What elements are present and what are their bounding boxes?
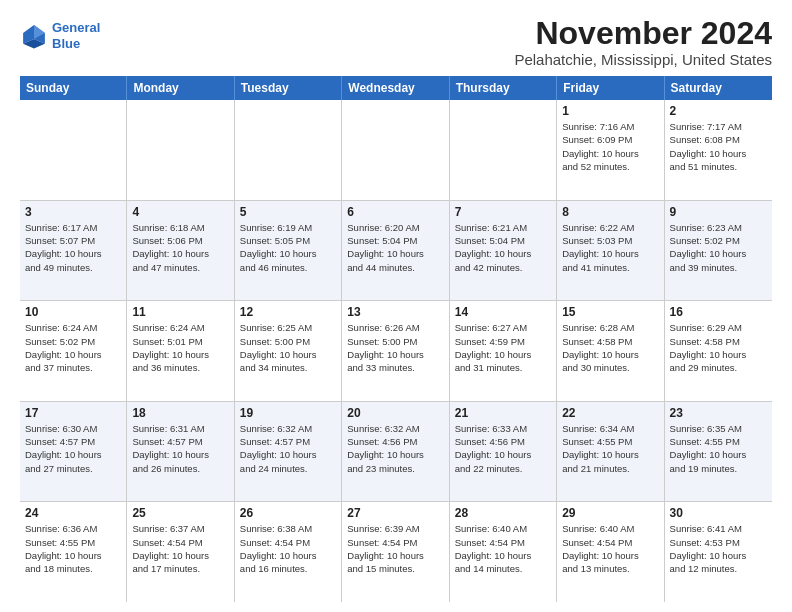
cell-info-13: Sunrise: 6:26 AM Sunset: 5:00 PM Dayligh… — [347, 321, 443, 374]
calendar-body: 1Sunrise: 7:16 AM Sunset: 6:09 PM Daylig… — [20, 100, 772, 602]
day-num-13: 13 — [347, 305, 443, 319]
col-sunday: Sunday — [20, 76, 127, 100]
logo-icon — [20, 22, 48, 50]
cell-2-7: 9Sunrise: 6:23 AM Sunset: 5:02 PM Daylig… — [665, 201, 772, 301]
cell-info-18: Sunrise: 6:31 AM Sunset: 4:57 PM Dayligh… — [132, 422, 228, 475]
cell-info-27: Sunrise: 6:39 AM Sunset: 4:54 PM Dayligh… — [347, 522, 443, 575]
cell-5-3: 26Sunrise: 6:38 AM Sunset: 4:54 PM Dayli… — [235, 502, 342, 602]
day-num-5: 5 — [240, 205, 336, 219]
cell-1-5 — [450, 100, 557, 200]
day-num-1: 1 — [562, 104, 658, 118]
day-num-19: 19 — [240, 406, 336, 420]
calendar-title: November 2024 — [514, 16, 772, 51]
week-row-1: 1Sunrise: 7:16 AM Sunset: 6:09 PM Daylig… — [20, 100, 772, 201]
day-num-24: 24 — [25, 506, 121, 520]
cell-2-2: 4Sunrise: 6:18 AM Sunset: 5:06 PM Daylig… — [127, 201, 234, 301]
day-num-16: 16 — [670, 305, 767, 319]
day-num-11: 11 — [132, 305, 228, 319]
cell-info-8: Sunrise: 6:22 AM Sunset: 5:03 PM Dayligh… — [562, 221, 658, 274]
col-saturday: Saturday — [665, 76, 772, 100]
cell-2-6: 8Sunrise: 6:22 AM Sunset: 5:03 PM Daylig… — [557, 201, 664, 301]
day-num-9: 9 — [670, 205, 767, 219]
page-header: General Blue November 2024 Pelahatchie, … — [20, 16, 772, 68]
cell-3-2: 11Sunrise: 6:24 AM Sunset: 5:01 PM Dayli… — [127, 301, 234, 401]
day-num-26: 26 — [240, 506, 336, 520]
day-num-21: 21 — [455, 406, 551, 420]
col-monday: Monday — [127, 76, 234, 100]
logo-text: General Blue — [52, 20, 100, 51]
cell-4-3: 19Sunrise: 6:32 AM Sunset: 4:57 PM Dayli… — [235, 402, 342, 502]
cell-info-7: Sunrise: 6:21 AM Sunset: 5:04 PM Dayligh… — [455, 221, 551, 274]
cell-info-20: Sunrise: 6:32 AM Sunset: 4:56 PM Dayligh… — [347, 422, 443, 475]
cell-info-12: Sunrise: 6:25 AM Sunset: 5:00 PM Dayligh… — [240, 321, 336, 374]
cell-3-4: 13Sunrise: 6:26 AM Sunset: 5:00 PM Dayli… — [342, 301, 449, 401]
cell-info-10: Sunrise: 6:24 AM Sunset: 5:02 PM Dayligh… — [25, 321, 121, 374]
day-num-20: 20 — [347, 406, 443, 420]
day-num-2: 2 — [670, 104, 767, 118]
cell-2-5: 7Sunrise: 6:21 AM Sunset: 5:04 PM Daylig… — [450, 201, 557, 301]
cell-5-5: 28Sunrise: 6:40 AM Sunset: 4:54 PM Dayli… — [450, 502, 557, 602]
logo-line1: General — [52, 20, 100, 35]
day-num-29: 29 — [562, 506, 658, 520]
cell-info-5: Sunrise: 6:19 AM Sunset: 5:05 PM Dayligh… — [240, 221, 336, 274]
cell-info-16: Sunrise: 6:29 AM Sunset: 4:58 PM Dayligh… — [670, 321, 767, 374]
cell-info-26: Sunrise: 6:38 AM Sunset: 4:54 PM Dayligh… — [240, 522, 336, 575]
day-num-4: 4 — [132, 205, 228, 219]
day-num-22: 22 — [562, 406, 658, 420]
week-row-5: 24Sunrise: 6:36 AM Sunset: 4:55 PM Dayli… — [20, 502, 772, 602]
cell-info-1: Sunrise: 7:16 AM Sunset: 6:09 PM Dayligh… — [562, 120, 658, 173]
cell-4-2: 18Sunrise: 6:31 AM Sunset: 4:57 PM Dayli… — [127, 402, 234, 502]
cell-info-4: Sunrise: 6:18 AM Sunset: 5:06 PM Dayligh… — [132, 221, 228, 274]
week-row-2: 3Sunrise: 6:17 AM Sunset: 5:07 PM Daylig… — [20, 201, 772, 302]
cell-2-4: 6Sunrise: 6:20 AM Sunset: 5:04 PM Daylig… — [342, 201, 449, 301]
day-num-10: 10 — [25, 305, 121, 319]
cell-info-15: Sunrise: 6:28 AM Sunset: 4:58 PM Dayligh… — [562, 321, 658, 374]
calendar-header-row: Sunday Monday Tuesday Wednesday Thursday… — [20, 76, 772, 100]
cell-info-23: Sunrise: 6:35 AM Sunset: 4:55 PM Dayligh… — [670, 422, 767, 475]
col-friday: Friday — [557, 76, 664, 100]
cell-info-9: Sunrise: 6:23 AM Sunset: 5:02 PM Dayligh… — [670, 221, 767, 274]
cell-info-14: Sunrise: 6:27 AM Sunset: 4:59 PM Dayligh… — [455, 321, 551, 374]
cell-info-2: Sunrise: 7:17 AM Sunset: 6:08 PM Dayligh… — [670, 120, 767, 173]
cell-info-3: Sunrise: 6:17 AM Sunset: 5:07 PM Dayligh… — [25, 221, 121, 274]
day-num-23: 23 — [670, 406, 767, 420]
day-num-30: 30 — [670, 506, 767, 520]
cell-info-22: Sunrise: 6:34 AM Sunset: 4:55 PM Dayligh… — [562, 422, 658, 475]
cell-info-6: Sunrise: 6:20 AM Sunset: 5:04 PM Dayligh… — [347, 221, 443, 274]
day-num-18: 18 — [132, 406, 228, 420]
cell-3-1: 10Sunrise: 6:24 AM Sunset: 5:02 PM Dayli… — [20, 301, 127, 401]
day-num-25: 25 — [132, 506, 228, 520]
col-tuesday: Tuesday — [235, 76, 342, 100]
cell-1-3 — [235, 100, 342, 200]
week-row-3: 10Sunrise: 6:24 AM Sunset: 5:02 PM Dayli… — [20, 301, 772, 402]
calendar: Sunday Monday Tuesday Wednesday Thursday… — [20, 76, 772, 602]
cell-5-1: 24Sunrise: 6:36 AM Sunset: 4:55 PM Dayli… — [20, 502, 127, 602]
cell-1-6: 1Sunrise: 7:16 AM Sunset: 6:09 PM Daylig… — [557, 100, 664, 200]
title-block: November 2024 Pelahatchie, Mississippi, … — [514, 16, 772, 68]
cell-info-24: Sunrise: 6:36 AM Sunset: 4:55 PM Dayligh… — [25, 522, 121, 575]
cell-5-7: 30Sunrise: 6:41 AM Sunset: 4:53 PM Dayli… — [665, 502, 772, 602]
cell-4-4: 20Sunrise: 6:32 AM Sunset: 4:56 PM Dayli… — [342, 402, 449, 502]
cell-1-2 — [127, 100, 234, 200]
col-wednesday: Wednesday — [342, 76, 449, 100]
day-num-7: 7 — [455, 205, 551, 219]
cell-4-5: 21Sunrise: 6:33 AM Sunset: 4:56 PM Dayli… — [450, 402, 557, 502]
cell-info-28: Sunrise: 6:40 AM Sunset: 4:54 PM Dayligh… — [455, 522, 551, 575]
cell-info-29: Sunrise: 6:40 AM Sunset: 4:54 PM Dayligh… — [562, 522, 658, 575]
day-num-15: 15 — [562, 305, 658, 319]
cell-3-3: 12Sunrise: 6:25 AM Sunset: 5:00 PM Dayli… — [235, 301, 342, 401]
cell-4-1: 17Sunrise: 6:30 AM Sunset: 4:57 PM Dayli… — [20, 402, 127, 502]
cell-2-1: 3Sunrise: 6:17 AM Sunset: 5:07 PM Daylig… — [20, 201, 127, 301]
day-num-8: 8 — [562, 205, 658, 219]
cell-4-7: 23Sunrise: 6:35 AM Sunset: 4:55 PM Dayli… — [665, 402, 772, 502]
calendar-subtitle: Pelahatchie, Mississippi, United States — [514, 51, 772, 68]
cell-1-4 — [342, 100, 449, 200]
cell-info-30: Sunrise: 6:41 AM Sunset: 4:53 PM Dayligh… — [670, 522, 767, 575]
day-num-12: 12 — [240, 305, 336, 319]
cell-info-19: Sunrise: 6:32 AM Sunset: 4:57 PM Dayligh… — [240, 422, 336, 475]
cell-5-2: 25Sunrise: 6:37 AM Sunset: 4:54 PM Dayli… — [127, 502, 234, 602]
logo: General Blue — [20, 20, 100, 51]
week-row-4: 17Sunrise: 6:30 AM Sunset: 4:57 PM Dayli… — [20, 402, 772, 503]
cell-3-5: 14Sunrise: 6:27 AM Sunset: 4:59 PM Dayli… — [450, 301, 557, 401]
cell-3-7: 16Sunrise: 6:29 AM Sunset: 4:58 PM Dayli… — [665, 301, 772, 401]
